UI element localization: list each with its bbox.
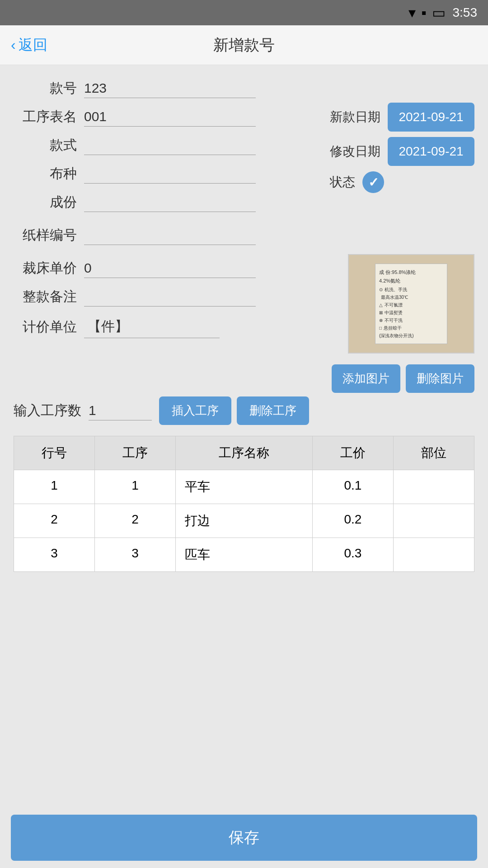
zhengkuan-input[interactable] xyxy=(84,287,256,307)
cell-processname: 打边 xyxy=(176,504,313,538)
cell-linenum: 3 xyxy=(14,538,95,572)
content-area: 款号 工序表名 款式 布种 成份 xyxy=(0,65,488,581)
care-separate: (深浅衣物分开洗) xyxy=(379,332,443,339)
gongxubiao-input[interactable] xyxy=(84,107,256,127)
xinkuan-date-label: 新款日期 xyxy=(330,108,380,126)
add-image-button[interactable]: 添加图片 xyxy=(332,364,400,393)
save-button[interactable]: 保存 xyxy=(11,815,477,861)
jijia-value: 【件】 xyxy=(84,316,220,338)
image-col: 成 份:95.8%涤纶 4.2%氨纶 ⊙ 机洗、手洗 最高水温30℃ xyxy=(332,254,474,393)
kuanhao-label: 款号 xyxy=(14,79,77,98)
back-label: 返回 xyxy=(19,35,47,55)
cell-linenum: 1 xyxy=(14,470,95,504)
fabric-line8: 悬挂晾干 xyxy=(384,325,402,331)
xinkuan-date-row: 新款日期 2021-09-21 xyxy=(330,103,474,132)
cell-position xyxy=(393,538,474,572)
nav-bar: ‹ 返回 新增款号 xyxy=(0,25,488,65)
kuanhao-row: 款号 xyxy=(14,74,474,103)
zhuangtai-row: 状态 ✓ xyxy=(330,171,474,193)
status-checkbox[interactable]: ✓ xyxy=(362,171,384,193)
care-dry: ⊗ 不可干洗 xyxy=(379,317,443,324)
table-row[interactable]: 3 3 匹车 0.3 xyxy=(14,538,474,572)
zhengkuan-label: 整款备注 xyxy=(14,288,77,306)
gongxushu-label: 输入工序数 xyxy=(14,401,81,420)
fabric-image-container: 成 份:95.8%涤纶 4.2%氨纶 ⊙ 机洗、手洗 最高水温30℃ xyxy=(348,254,474,354)
caichuang-row: 裁床单价 xyxy=(14,254,323,283)
gongxushu-input[interactable] xyxy=(89,401,152,420)
buzhong-label: 布种 xyxy=(14,165,77,183)
bleach-icon: △ xyxy=(379,302,383,308)
fabric-line2: 4.2%氨纶 xyxy=(379,277,443,285)
chengfen-label: 成份 xyxy=(14,193,77,212)
status-time: 3:53 xyxy=(453,5,478,20)
col-process: 工序 xyxy=(95,436,176,470)
kuanhao-input[interactable] xyxy=(84,79,256,98)
page-title: 新增款号 xyxy=(213,35,275,56)
fabric-line5: 不可氯漂 xyxy=(385,302,403,308)
cell-processname: 匹车 xyxy=(176,538,313,572)
care-bleach: △ 不可氯漂 xyxy=(379,302,443,308)
wash-icon: ⊙ xyxy=(379,286,383,293)
wifi-icon: ▾ xyxy=(408,4,416,21)
chengfen-row: 成份 xyxy=(14,188,321,217)
insert-process-button[interactable]: 插入工序 xyxy=(159,396,231,425)
table-row[interactable]: 2 2 打边 0.2 xyxy=(14,504,474,538)
gongxubiao-row: 工序表名 xyxy=(14,103,321,131)
fabric-label-inner: 成 份:95.8%涤纶 4.2%氨纶 ⊙ 机洗、手洗 最高水温30℃ xyxy=(375,264,447,344)
left-col: 工序表名 款式 布种 成份 xyxy=(14,103,321,217)
col-price: 工价 xyxy=(312,436,393,470)
cell-linenum: 2 xyxy=(14,504,95,538)
battery-icon: ▭ xyxy=(432,4,446,21)
kuanshi-label: 款式 xyxy=(14,136,77,155)
delete-image-button[interactable]: 删除图片 xyxy=(406,364,474,393)
buzhong-input[interactable] xyxy=(84,164,256,184)
cell-processname: 平车 xyxy=(176,470,313,504)
care-temp: 最高水温30℃ xyxy=(379,294,443,301)
image-buttons: 添加图片 删除图片 xyxy=(332,364,474,393)
kuanshi-input[interactable] xyxy=(84,136,256,155)
xiugai-date-label: 修改日期 xyxy=(330,143,380,160)
xiugai-date-row: 修改日期 2021-09-21 xyxy=(330,137,474,166)
chengfen-input[interactable] xyxy=(84,193,256,212)
xiugai-date-button[interactable]: 2021-09-21 xyxy=(388,137,474,166)
fabric-label: 成 份:95.8%涤纶 4.2%氨纶 ⊙ 机洗、手洗 最高水温30℃ xyxy=(349,255,474,353)
dry-icon: ⊗ xyxy=(379,317,383,324)
table-row[interactable]: 1 1 平车 0.1 xyxy=(14,470,474,504)
zhuangtai-label: 状态 xyxy=(330,174,355,191)
cell-price: 0.1 xyxy=(312,470,393,504)
fabric-line3: 机洗、手洗 xyxy=(385,286,407,293)
iron-icon: ⊠ xyxy=(379,309,383,316)
gongxubiao-label: 工序表名 xyxy=(14,108,77,126)
process-table: 行号 工序 工序名称 工价 部位 1 1 平车 0.1 2 2 打边 0.2 xyxy=(14,436,474,572)
process-count-row: 输入工序数 插入工序 删除工序 xyxy=(14,393,474,429)
cell-price: 0.2 xyxy=(312,504,393,538)
status-icons: ▾ ▪ ▭ xyxy=(408,4,445,21)
table-header-row: 行号 工序 工序名称 工价 部位 xyxy=(14,436,474,470)
checkmark-icon: ✓ xyxy=(368,175,379,190)
care-wash: ⊙ 机洗、手洗 xyxy=(379,286,443,293)
cell-price: 0.3 xyxy=(312,538,393,572)
care-iron: ⊠ 中温熨烫 xyxy=(379,309,443,316)
table-section: 行号 工序 工序名称 工价 部位 1 1 平车 0.1 2 2 打边 0.2 xyxy=(14,436,474,572)
left-form-col: 裁床单价 整款备注 计价单位 【件】 xyxy=(14,254,323,343)
zhengkuan-row: 整款备注 xyxy=(14,283,323,311)
top-section: 工序表名 款式 布种 成份 新款日期 xyxy=(14,103,474,217)
fabric-line4: 最高水温30℃ xyxy=(381,294,408,301)
image-section: 裁床单价 整款备注 计价单位 【件】 成 份: xyxy=(14,254,474,393)
cell-process: 3 xyxy=(95,538,176,572)
jijia-label: 计价单位 xyxy=(14,318,77,336)
buzhong-row: 布种 xyxy=(14,160,321,188)
caichuang-input[interactable] xyxy=(84,259,256,278)
fabric-line1: 成 份:95.8%涤纶 xyxy=(379,269,443,276)
col-processname: 工序名称 xyxy=(176,436,313,470)
back-button[interactable]: ‹ 返回 xyxy=(11,35,47,55)
zhiyang-row: 纸样编号 xyxy=(14,221,474,250)
zhiyang-input[interactable] xyxy=(84,226,256,245)
cell-process: 2 xyxy=(95,504,176,538)
xinkuan-date-button[interactable]: 2021-09-21 xyxy=(388,103,474,132)
fabric-line9: (深浅衣物分开洗) xyxy=(379,332,414,339)
delete-process-button[interactable]: 删除工序 xyxy=(237,396,309,425)
col-linenum: 行号 xyxy=(14,436,95,470)
cell-position xyxy=(393,470,474,504)
col-position: 部位 xyxy=(393,436,474,470)
